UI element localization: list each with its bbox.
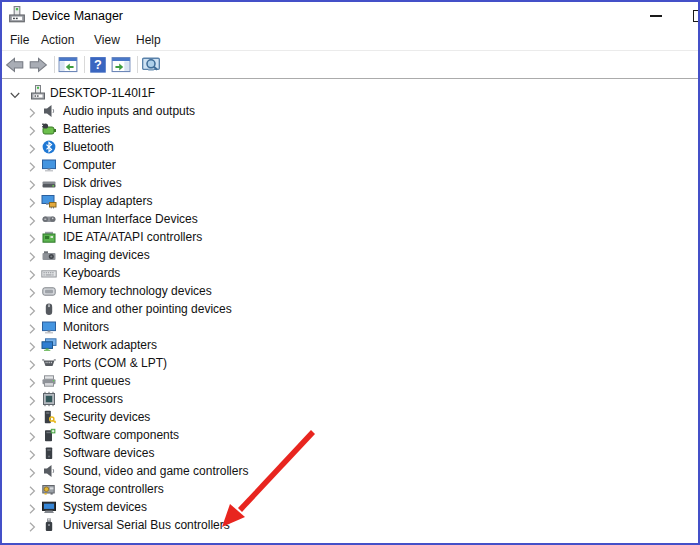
tree-root-item[interactable]: DESKTOP-1L40I1F [2,84,698,102]
chevron-right-icon[interactable] [26,303,38,315]
toolbar-separator [137,56,138,73]
tree-item[interactable]: Processors [2,390,698,408]
tree-item[interactable]: Ports (COM & LPT) [2,354,698,372]
tree-item[interactable]: Security devices [2,408,698,426]
menu-item-help[interactable]: Help [134,30,163,51]
tree-item[interactable]: Keyboards [2,264,698,282]
chevron-right-icon[interactable] [26,231,38,243]
device-tree: DESKTOP-1L40I1FAudio inputs and outputsB… [2,80,698,543]
network-icon [41,337,57,353]
tree-item-label: Software components [63,426,179,444]
tree-item[interactable]: Mice and other pointing devices [2,300,698,318]
minimize-icon[interactable] [650,15,662,17]
back-icon[interactable] [5,55,25,75]
tree-item[interactable]: Print queues [2,372,698,390]
tree-item-label: Computer [63,156,116,174]
tree-item-label: Storage controllers [63,480,164,498]
battery-icon [41,121,57,137]
tree-item[interactable]: Batteries [2,120,698,138]
chevron-right-icon[interactable] [26,483,38,495]
device-manager-window: Device Manager FileActionViewHelp ? DESK… [0,0,700,545]
chevron-right-icon[interactable] [26,501,38,513]
tree-item[interactable]: Imaging devices [2,246,698,264]
system-icon [41,499,57,515]
disk-icon [41,175,57,191]
tree-item-label: DESKTOP-1L40I1F [50,84,155,102]
tree-item-label: Ports (COM & LPT) [63,354,167,372]
menubar: FileActionViewHelp [2,30,698,51]
chevron-right-icon[interactable] [26,519,38,531]
tree-item-label: Sound, video and game controllers [63,462,248,480]
chevron-right-icon[interactable] [26,393,38,405]
chevron-right-icon[interactable] [26,357,38,369]
console-tree-icon[interactable] [58,55,78,75]
chevron-right-icon[interactable] [26,321,38,333]
tree-item[interactable]: IDE ATA/ATAPI controllers [2,228,698,246]
chevron-right-icon[interactable] [26,411,38,423]
tree-item[interactable]: Software components [2,426,698,444]
chevron-right-icon[interactable] [26,375,38,387]
tree-item-label: Print queues [63,372,130,390]
chevron-right-icon[interactable] [26,213,38,225]
audio-icon [41,103,57,119]
tree-item-label: Universal Serial Bus controllers [63,516,230,534]
chevron-right-icon[interactable] [26,447,38,459]
maximize-icon[interactable] [693,10,700,22]
menu-item-file[interactable]: File [8,30,31,51]
help-icon[interactable]: ? [88,55,108,75]
tree-item-label: System devices [63,498,147,516]
tree-item[interactable]: Software devices [2,444,698,462]
action-pane-icon[interactable] [111,55,131,75]
chevron-right-icon[interactable] [26,123,38,135]
tree-item-label: Security devices [63,408,150,426]
mouse-icon [41,301,57,317]
window-title: Device Manager [32,2,123,30]
tree-item[interactable]: Disk drives [2,174,698,192]
chevron-right-icon[interactable] [26,159,38,171]
tree-item[interactable]: Audio inputs and outputs [2,102,698,120]
device-manager-icon [30,85,46,101]
tree-item-label: Imaging devices [63,246,150,264]
tree-item-label: Audio inputs and outputs [63,102,195,120]
processor-icon [41,391,57,407]
chevron-right-icon[interactable] [26,195,38,207]
tree-item[interactable]: Computer [2,156,698,174]
scan-hardware-icon[interactable] [141,55,161,75]
monitor-icon [41,319,57,335]
computer-icon [41,157,57,173]
tree-item[interactable]: System devices [2,498,698,516]
tree-item[interactable]: Display adapters [2,192,698,210]
tree-item-label: Disk drives [63,174,122,192]
tree-item[interactable]: Network adapters [2,336,698,354]
tree-item[interactable]: Storage controllers [2,480,698,498]
software-device-icon [41,445,57,461]
tree-item[interactable]: Memory technology devices [2,282,698,300]
tree-item-label: Processors [63,390,123,408]
tree-item-label: Display adapters [63,192,152,210]
chevron-right-icon[interactable] [26,465,38,477]
chevron-right-icon[interactable] [26,285,38,297]
software-component-icon [41,427,57,443]
tree-item[interactable]: Monitors [2,318,698,336]
display-adapter-icon [41,193,57,209]
tree-item[interactable]: Sound, video and game controllers [2,462,698,480]
tree-item[interactable]: Universal Serial Bus controllers [2,516,698,534]
chevron-right-icon[interactable] [26,105,38,117]
chevron-right-icon[interactable] [26,177,38,189]
chevron-right-icon[interactable] [26,267,38,279]
chevron-right-icon[interactable] [26,429,38,441]
menu-item-view[interactable]: View [92,30,122,51]
tree-item[interactable]: Bluetooth [2,138,698,156]
menu-item-action[interactable]: Action [39,30,76,51]
tree-item[interactable]: Human Interface Devices [2,210,698,228]
toolbar-separator [54,56,55,73]
chevron-down-icon[interactable] [9,87,21,99]
titlebar: Device Manager [2,2,698,30]
printer-icon [41,373,57,389]
chevron-right-icon[interactable] [26,141,38,153]
hid-icon [41,211,57,227]
tree-item-label: Keyboards [63,264,120,282]
chevron-right-icon[interactable] [26,339,38,351]
chevron-right-icon[interactable] [26,249,38,261]
forward-icon[interactable] [28,55,48,75]
